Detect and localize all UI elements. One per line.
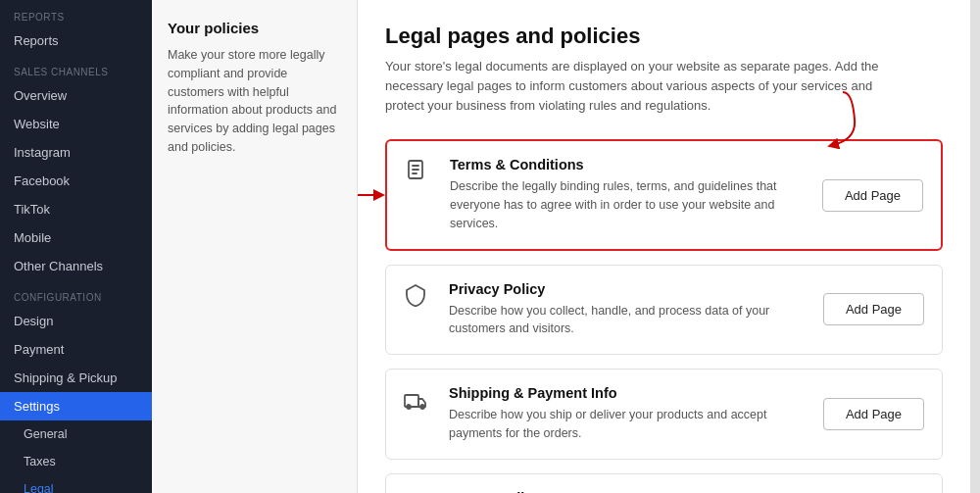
terms-description: Describe the legally binding rules, term…	[450, 177, 807, 232]
sidebar-item-mobile[interactable]: Mobile	[0, 223, 152, 252]
privacy-body: Privacy Policy Describe how you collect,…	[449, 281, 808, 339]
shipping-icon	[404, 387, 435, 415]
arrow-left	[358, 185, 387, 205]
sidebar-item-legal[interactable]: Legal	[0, 475, 152, 493]
shipping-description: Describe how you ship or deliver your pr…	[449, 406, 808, 443]
privacy-title: Privacy Policy	[449, 281, 808, 297]
privacy-description: Describe how you collect, handle, and pr…	[449, 302, 808, 339]
sidebar-item-reports[interactable]: Reports	[0, 26, 152, 55]
sidebar-item-settings[interactable]: Settings	[0, 392, 152, 420]
policy-card-privacy: Privacy Policy Describe how you collect,…	[385, 265, 943, 356]
page-title: Legal pages and policies	[385, 24, 943, 49]
terms-title: Terms & Conditions	[450, 157, 807, 173]
sidebar-item-payment[interactable]: Payment	[0, 335, 152, 364]
sidebar: Reports Reports Sales channels Overview …	[0, 0, 152, 493]
sidebar-item-general[interactable]: General	[0, 420, 152, 448]
main-area: Your policies Make your store more legal…	[152, 0, 980, 493]
sidebar-item-website[interactable]: Website	[0, 110, 152, 138]
privacy-add-page-button[interactable]: Add Page	[823, 293, 924, 325]
scrollbar[interactable]	[970, 0, 980, 493]
arrow-right	[784, 90, 862, 149]
policy-card-shipping: Shipping & Payment Info Describe how you…	[385, 369, 943, 460]
sidebar-item-instagram[interactable]: Instagram	[0, 138, 152, 167]
sidebar-item-other-channels[interactable]: Other Channels	[0, 252, 152, 280]
sidebar-item-overview[interactable]: Overview	[0, 81, 152, 110]
left-panel-title: Your policies	[168, 20, 341, 36]
sidebar-item-taxes[interactable]: Taxes	[0, 448, 152, 475]
sidebar-item-design[interactable]: Design	[0, 307, 152, 335]
sidebar-item-tiktok[interactable]: TikTok	[0, 195, 152, 223]
policy-card-terms: Terms & Conditions Describe the legally …	[385, 139, 943, 250]
shipping-add-page-button[interactable]: Add Page	[823, 398, 924, 430]
shipping-body: Shipping & Payment Info Describe how you…	[449, 385, 808, 443]
terms-body: Terms & Conditions Describe the legally …	[450, 157, 807, 232]
privacy-icon	[404, 283, 435, 311]
policy-card-return: Return Policy	[385, 473, 943, 493]
left-panel: Your policies Make your store more legal…	[152, 0, 358, 493]
terms-add-page-button[interactable]: Add Page	[822, 179, 923, 212]
left-panel-description: Make your store more legally compliant a…	[168, 46, 341, 157]
shipping-title: Shipping & Payment Info	[449, 385, 808, 401]
sidebar-item-shipping[interactable]: Shipping & Pickup	[0, 364, 152, 392]
sidebar-section-reports: Reports	[0, 0, 152, 26]
sidebar-section-sales: Sales channels	[0, 55, 152, 81]
terms-icon	[405, 159, 436, 186]
content-area: Legal pages and policies Your store's le…	[358, 0, 970, 493]
sidebar-item-facebook[interactable]: Facebook	[0, 167, 152, 195]
sidebar-section-config: Configuration	[0, 280, 152, 307]
